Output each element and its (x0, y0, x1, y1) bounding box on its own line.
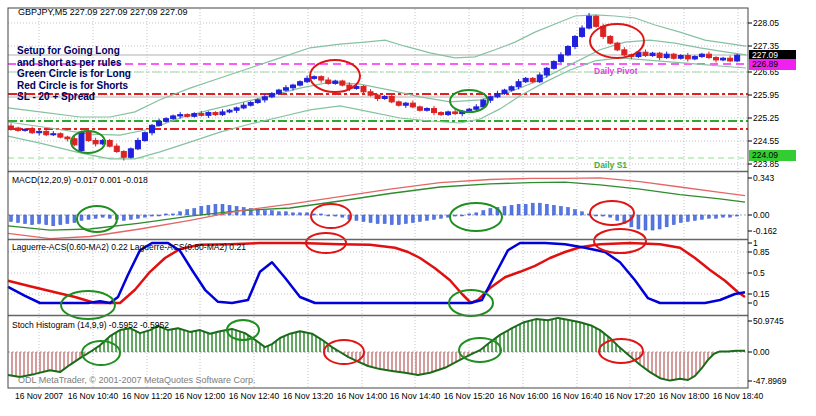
macd-histogram-bar (355, 215, 358, 220)
bull-candle (580, 28, 585, 36)
macd-histogram-bar (10, 215, 13, 221)
macd-histogram-bar (94, 215, 97, 218)
bear-candle (9, 126, 14, 128)
price-axis-label: 223.85 (753, 159, 779, 169)
bear-candle (657, 53, 662, 57)
bull-candle (735, 55, 740, 61)
macd-histogram-bar (482, 211, 485, 215)
macd-histogram-bar (736, 215, 739, 216)
bull-candle (650, 53, 655, 55)
bear-candle (368, 92, 373, 95)
macd-histogram-bar (693, 215, 696, 220)
macd-histogram-bar (299, 213, 302, 215)
macd-histogram-bar (651, 215, 654, 230)
macd-histogram-bar (172, 214, 175, 215)
macd-histogram-bar (87, 215, 90, 219)
macd-histogram-bar (108, 215, 111, 218)
bear-candle (530, 78, 535, 81)
macd-histogram-bar (17, 215, 20, 223)
macd-histogram-bar (38, 215, 41, 224)
macd-histogram-bar (715, 215, 718, 218)
bull-candle (424, 109, 429, 111)
bull-candle (255, 100, 260, 103)
macd-histogram-bar (566, 207, 569, 215)
macd-histogram-bar (722, 215, 725, 217)
bull-candle (692, 57, 697, 59)
bear-candle (622, 50, 627, 55)
trade-note: Setup for Going Long and short as per ru… (17, 45, 131, 103)
bear-candle (361, 86, 366, 91)
macd-histogram-bar (658, 215, 661, 229)
macd-histogram-bar (122, 215, 125, 220)
price-axis-label: 224.55 (753, 136, 779, 146)
macd-histogram-bar (531, 203, 534, 215)
macd-histogram-bar (80, 215, 83, 220)
macd-histogram-bar (510, 205, 513, 215)
macd-histogram-bar (559, 206, 562, 215)
macd-histogram-bar (524, 204, 527, 215)
bull-candle (142, 133, 147, 141)
bull-candle (283, 88, 288, 90)
bear-candle (453, 112, 458, 114)
macd-histogram-bar (129, 215, 132, 219)
bear-candle (375, 95, 380, 98)
bear-candle (107, 140, 112, 146)
macd-histogram-bar (545, 204, 548, 215)
time-axis-label: 16 Nov 10:40 (68, 391, 119, 401)
bull-candle (23, 129, 28, 130)
macd-histogram-bar (700, 215, 703, 219)
time-axis-label: 16 Nov 17:20 (605, 391, 656, 401)
time-axis-label: 16 Nov 15:20 (444, 391, 495, 401)
macd-histogram-bar (284, 212, 287, 215)
bear-candle (30, 129, 35, 132)
bull-candle (37, 131, 42, 132)
note-line: SL - 20 + Spread (17, 91, 131, 103)
macd-histogram-bar (609, 215, 612, 217)
bull-candle (262, 97, 267, 100)
macd-histogram-bar (433, 215, 436, 219)
bear-candle (643, 52, 648, 55)
bear-candle (185, 115, 190, 117)
bear-candle (615, 43, 620, 50)
macd-histogram-bar (165, 214, 168, 215)
bear-candle (65, 137, 70, 139)
macd-histogram-bar (136, 215, 139, 218)
bull-candle (128, 149, 133, 157)
macd-histogram-bar (461, 215, 464, 216)
macd-histogram-bar (637, 215, 640, 229)
time-axis-label: 16 Nov 11:20 (122, 391, 172, 401)
macd-histogram-bar (313, 214, 316, 215)
time-axis-label: 16 Nov 12:00 (175, 391, 226, 401)
bear-candle (714, 58, 719, 60)
bull-candle (206, 113, 211, 116)
macd-histogram-bar (362, 215, 365, 221)
macd-histogram-bar (644, 215, 647, 230)
bear-candle (706, 54, 711, 57)
macd-histogram-bar (73, 215, 76, 223)
price-axis-label: 225.95 (753, 90, 779, 100)
macd-histogram-bar (679, 215, 682, 223)
bear-candle (58, 134, 63, 137)
bear-candle (121, 152, 126, 158)
bull-candle (171, 116, 176, 119)
macd-histogram-bar (581, 212, 584, 215)
macd-histogram-bar (151, 215, 154, 216)
bull-candle (678, 56, 683, 59)
mt4-chart-window: GBPJPY,M5 227.09 227.09 227.09 227.09 Se… (0, 0, 816, 416)
note-line: Green Circle is for Long (17, 68, 131, 80)
bear-candle (16, 128, 21, 130)
bull-candle (446, 112, 451, 115)
macd-histogram-bar (45, 215, 48, 225)
bear-candle (199, 114, 204, 116)
bull-candle (227, 110, 232, 112)
macd-histogram-bar (475, 213, 478, 215)
bull-candle (587, 16, 592, 28)
macd-histogram-bar (454, 215, 457, 216)
bull-candle (157, 121, 162, 125)
bear-candle (93, 140, 98, 143)
price-axis-label: 228.05 (753, 18, 779, 28)
macd-histogram-bar (411, 215, 414, 223)
macd-histogram-bar (425, 215, 428, 220)
macd-histogram-bar (672, 215, 675, 225)
bull-candle (523, 78, 528, 81)
